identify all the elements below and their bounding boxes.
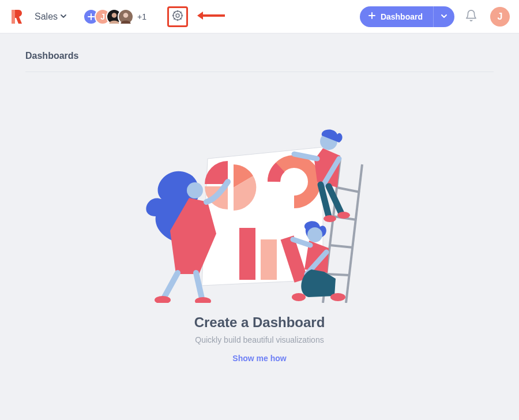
chevron-down-icon — [60, 12, 67, 22]
main-content: Dashboards — [0, 33, 519, 380]
annotation-arrow-icon — [196, 10, 226, 23]
plus-icon — [368, 12, 376, 21]
empty-state-subtitle: Quickly build beautiful visualizations — [195, 335, 324, 344]
new-dashboard-button-group: Dashboard — [360, 6, 454, 27]
svg-rect-12 — [239, 228, 255, 280]
settings-button[interactable] — [167, 6, 188, 27]
member-avatar[interactable] — [118, 9, 134, 25]
svg-point-0 — [112, 13, 117, 18]
svg-line-7 — [346, 164, 362, 303]
svg-point-20 — [307, 227, 322, 242]
svg-point-2 — [176, 14, 179, 17]
section-title: Dashboards — [25, 51, 494, 72]
svg-line-11 — [337, 187, 360, 192]
member-avatar-stack[interactable]: J +1 — [83, 9, 146, 25]
svg-point-15 — [155, 296, 171, 303]
workspace-selector[interactable]: Sales — [35, 12, 67, 22]
empty-state-illustration — [144, 124, 375, 303]
svg-line-8 — [326, 274, 349, 275]
app-logo[interactable] — [9, 9, 23, 25]
workspace-name: Sales — [35, 12, 58, 22]
user-menu-avatar[interactable]: J — [490, 7, 510, 27]
empty-state-title: Create a Dashboard — [194, 314, 325, 331]
svg-point-19 — [324, 215, 336, 222]
svg-line-9 — [330, 245, 353, 247]
svg-rect-13 — [261, 239, 277, 280]
svg-point-22 — [330, 293, 345, 301]
new-dashboard-label: Dashboard — [381, 12, 423, 21]
top-navigation-bar: Sales J +1 — [0, 0, 519, 33]
avatar-overflow-count[interactable]: +1 — [137, 12, 146, 21]
svg-point-18 — [337, 212, 350, 219]
svg-point-16 — [195, 297, 211, 303]
bell-icon — [465, 14, 477, 24]
new-dashboard-dropdown[interactable] — [434, 6, 454, 27]
new-dashboard-button[interactable]: Dashboard — [360, 6, 434, 27]
svg-point-1 — [123, 13, 129, 18]
show-me-how-link[interactable]: Show me how — [232, 354, 286, 363]
svg-point-14 — [187, 182, 203, 198]
svg-point-23 — [292, 293, 306, 301]
chevron-down-icon — [441, 12, 447, 22]
gear-icon — [171, 9, 184, 24]
empty-state: Create a Dashboard Quickly build beautif… — [25, 124, 494, 363]
notifications-button[interactable] — [465, 9, 477, 24]
svg-point-3 — [173, 11, 182, 20]
